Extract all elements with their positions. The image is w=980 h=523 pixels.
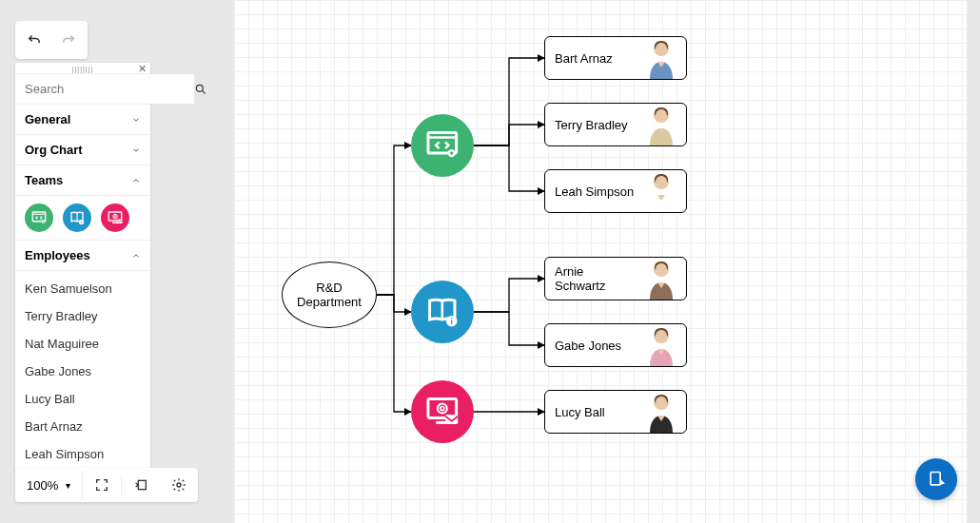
monitor-mail-icon xyxy=(423,393,461,431)
svg-point-0 xyxy=(196,85,203,91)
view-toolbar: 100% ▾ xyxy=(15,468,198,502)
employee-shape[interactable]: Terry Bradley xyxy=(15,302,150,330)
svg-rect-13 xyxy=(117,220,123,224)
svg-point-25 xyxy=(438,404,447,414)
section-label: Employees xyxy=(25,248,90,262)
edit-fab[interactable] xyxy=(915,458,957,500)
svg-point-5 xyxy=(43,221,45,223)
employee-shape[interactable]: Lucy Ball xyxy=(15,385,150,413)
avatar xyxy=(646,37,676,79)
employee-list: Ken SamuelsonTerry BradleyNat MaguireeGa… xyxy=(15,271,150,472)
undo-icon xyxy=(26,31,43,48)
export-icon xyxy=(133,477,148,493)
section-label: Teams xyxy=(25,173,63,187)
avatar-icon xyxy=(646,391,676,433)
avatar xyxy=(646,104,676,145)
employee-shape[interactable]: Ken Samuelson xyxy=(15,275,150,302)
drag-grip-icon: |||||||| xyxy=(72,66,94,72)
avatar xyxy=(646,170,676,212)
svg-rect-34 xyxy=(931,473,940,485)
redo-button[interactable] xyxy=(55,27,82,53)
book-info-icon: i xyxy=(423,293,461,331)
employee-shape[interactable]: Gabe Jones xyxy=(15,358,150,385)
employee-shape[interactable]: Leah Simpson xyxy=(15,440,150,468)
avatar xyxy=(646,391,676,433)
fullscreen-icon xyxy=(94,477,109,493)
chevron-down-icon xyxy=(131,115,141,125)
code-gear-icon xyxy=(423,126,461,165)
code-gear-icon xyxy=(30,209,48,226)
panel-header[interactable]: |||||||| ✕ xyxy=(15,63,150,74)
team-shape-docs[interactable]: i xyxy=(63,203,91,232)
svg-point-26 xyxy=(441,407,444,411)
avatar xyxy=(646,324,676,366)
svg-text:i: i xyxy=(451,318,453,326)
avatar xyxy=(646,258,676,300)
avatar-icon xyxy=(646,258,676,300)
employee-name: Arnie Schwartz xyxy=(555,264,637,293)
search-input[interactable] xyxy=(15,74,194,104)
avatar-icon xyxy=(646,170,676,212)
settings-button[interactable] xyxy=(160,468,198,502)
team-node[interactable] xyxy=(411,380,474,443)
svg-point-15 xyxy=(177,483,181,487)
search-row xyxy=(15,74,150,105)
employee-node[interactable]: Gabe Jones xyxy=(544,323,687,367)
svg-point-11 xyxy=(113,214,118,219)
employee-name: Leah Simpson xyxy=(555,184,637,199)
employee-shape[interactable]: Bart Arnaz xyxy=(15,413,150,440)
section-teams[interactable]: Teams xyxy=(15,165,150,196)
zoom-select[interactable]: 100% ▾ xyxy=(15,471,83,500)
chevron-up-icon xyxy=(131,251,141,261)
edit-icon xyxy=(927,470,946,489)
employee-node[interactable]: Terry Bradley xyxy=(544,103,687,146)
employee-node[interactable]: Arnie Schwartz xyxy=(544,257,687,300)
zoom-value: 100% xyxy=(27,478,58,493)
book-info-icon: i xyxy=(69,209,86,226)
employee-name: Bart Arnaz xyxy=(555,51,637,66)
team-node[interactable]: i xyxy=(411,281,474,343)
team-shape-mail[interactable] xyxy=(101,203,129,232)
history-toolbar xyxy=(15,21,88,59)
redo-icon xyxy=(60,31,77,48)
section-label: Org Chart xyxy=(25,143,83,157)
svg-point-12 xyxy=(114,216,116,218)
employee-node[interactable]: Lucy Ball xyxy=(544,390,687,434)
undo-button[interactable] xyxy=(21,27,48,53)
employee-name: Lucy Ball xyxy=(555,405,637,419)
team-shape-dev[interactable] xyxy=(25,203,53,232)
svg-rect-27 xyxy=(445,415,458,424)
employee-name: Terry Bradley xyxy=(555,118,637,132)
employee-node[interactable]: Leah Simpson xyxy=(544,169,687,213)
section-orgchart[interactable]: Org Chart xyxy=(15,135,150,165)
svg-rect-14 xyxy=(139,480,147,489)
svg-point-19 xyxy=(450,152,453,155)
search-icon xyxy=(194,83,207,96)
section-general[interactable]: General xyxy=(15,105,150,135)
svg-line-1 xyxy=(202,90,205,93)
avatar-icon xyxy=(646,324,676,366)
close-panel-button[interactable]: ✕ xyxy=(138,63,147,75)
employee-name: Gabe Jones xyxy=(555,339,637,353)
chevron-down-icon xyxy=(131,145,141,155)
search-button[interactable] xyxy=(194,75,207,104)
export-button[interactable] xyxy=(122,468,160,502)
gear-icon xyxy=(171,477,186,493)
avatar-icon xyxy=(646,104,676,145)
fullscreen-button[interactable] xyxy=(83,468,121,502)
section-employees[interactable]: Employees xyxy=(15,241,150,271)
root-node[interactable]: R&D Department xyxy=(282,262,377,328)
caret-down-icon: ▾ xyxy=(66,480,70,491)
team-shapes: i xyxy=(15,196,150,241)
monitor-mail-icon xyxy=(107,209,124,226)
diagram-canvas[interactable]: R&D DepartmentiBart ArnazTerry BradleyLe… xyxy=(234,0,967,523)
employee-shape[interactable]: Nat Maguiree xyxy=(15,330,150,358)
avatar-icon xyxy=(646,37,676,79)
employee-node[interactable]: Bart Arnaz xyxy=(544,36,687,80)
svg-text:i: i xyxy=(81,221,82,224)
node-label: R&D Department xyxy=(297,281,362,309)
team-node[interactable] xyxy=(411,114,474,177)
chevron-up-icon xyxy=(131,176,141,185)
section-label: General xyxy=(25,112,70,126)
shapes-panel: |||||||| ✕ General Org Chart Teams i Emp… xyxy=(15,63,150,472)
